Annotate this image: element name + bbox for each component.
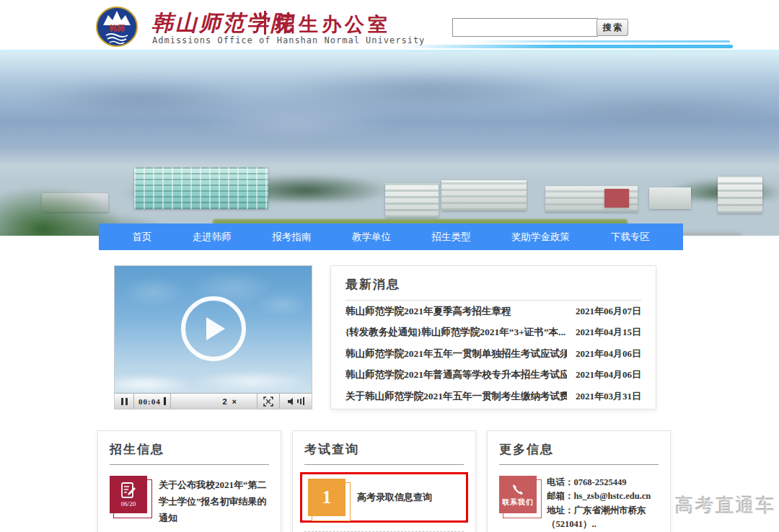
site-header: 韩师 韩山师范学院 招生办公室 Admissions Office of Han…	[0, 0, 779, 52]
search-button[interactable]: 搜 索	[597, 19, 628, 36]
nav-item-admission-types[interactable]: 招生类型	[432, 231, 471, 244]
query-number: 1	[322, 487, 332, 508]
admissions-homepage: 韩师 韩山师范学院 招生办公室 Admissions Office of Han…	[0, 0, 779, 532]
play-button[interactable]	[181, 296, 246, 361]
logo-seal-text: 韩师	[109, 24, 125, 32]
brand-name-english: Admissions Office of Hanshan Normal Univ…	[152, 35, 425, 45]
news-item-date: 2021年04月06日	[576, 368, 641, 381]
news-item[interactable]: 韩山师范学院2021年夏季高考招生章程 2021年06月07日	[346, 301, 641, 322]
decorative-stripe	[402, 45, 733, 48]
contact-tile[interactable]: 联系我们	[499, 476, 537, 513]
fullscreen-button[interactable]	[258, 394, 279, 409]
news-item[interactable]: 韩山师范学院2021年五年一贯制单独招生考试应试须... 2021年04月06日	[346, 343, 641, 365]
document-edit-icon	[120, 482, 137, 499]
news-item-date: 2021年06月07日	[576, 305, 641, 318]
banner-building	[718, 176, 762, 213]
university-logo-icon: 韩师	[94, 5, 139, 48]
volume-bar	[297, 399, 299, 403]
exam-query-card: 考试查询 1 高考录取信息查询	[292, 430, 476, 532]
contact-email: 邮箱：hs_zsb@hstc.edu.cn	[547, 489, 651, 503]
banner-clouds	[0, 66, 779, 146]
divider	[110, 464, 269, 465]
news-item-title[interactable]: {转发教务处通知}韩山师范学院2021年“3+证书”本...	[346, 326, 565, 339]
brand-name-chinese: 韩山师范学院	[151, 9, 294, 38]
divider	[499, 464, 659, 465]
seek-track[interactable]	[171, 394, 220, 409]
news-item[interactable]: 关于韩山师范学院2021年五年一贯制考生缴纳考试费... 2021年03月31日	[346, 386, 641, 407]
notice-text[interactable]: 关于公布我校2021年“第二学士学位”报名初审结果的通知	[159, 476, 269, 526]
banner-building	[385, 183, 439, 218]
news-item-title[interactable]: 关于韩山师范学院2021年五年一贯制考生缴纳考试费...	[346, 390, 567, 403]
contact-address-2: （521041）..	[547, 518, 651, 531]
banner-building	[441, 180, 527, 210]
notice-tile[interactable]: 06/20	[110, 476, 147, 513]
play-icon	[206, 317, 225, 340]
card-title: 考试查询	[304, 441, 464, 458]
nav-item-home[interactable]: 首页	[132, 231, 151, 244]
nav-item-scholarship-policy[interactable]: 奖助学金政策	[511, 231, 570, 244]
gaokao-watermark: 高考直通车	[675, 493, 776, 518]
news-item-title[interactable]: 韩山师范学院2021年夏季高考招生章程	[346, 305, 511, 318]
pause-button[interactable]	[115, 394, 133, 409]
nav-item-apply-guide[interactable]: 报考指南	[272, 231, 311, 244]
banner-building	[649, 187, 691, 209]
video-clouds	[115, 364, 312, 393]
campus-banner-photo	[0, 52, 779, 236]
speaker-icon	[287, 397, 296, 406]
news-item[interactable]: 韩山师范学院2021年普通高等学校专升本招生考试应... 2021年04月06日	[346, 365, 641, 386]
query-tile[interactable]: 1	[308, 479, 346, 516]
contact-phone: 电话：0768-2525449	[547, 476, 651, 489]
news-item-date: 2021年04月06日	[576, 347, 641, 360]
nav-item-downloads[interactable]: 下载专区	[611, 231, 650, 244]
contact-address: 地址：广东省潮州市桥东	[547, 504, 651, 518]
divider	[304, 464, 464, 465]
notice-date: 06/20	[121, 500, 136, 507]
seek-handle[interactable]	[164, 397, 166, 405]
contact-details: 电话：0768-2525449 邮箱：hs_zsb@hstc.edu.cn 地址…	[547, 476, 651, 532]
contact-us-item[interactable]: 联系我们 电话：0768-2525449 邮箱：hs_zsb@hstc.edu.…	[499, 476, 659, 532]
news-panel-title: 最新消息	[346, 276, 641, 293]
card-title: 更多信息	[499, 441, 659, 458]
banner-building	[604, 189, 629, 208]
playback-speed[interactable]: 2 ×	[219, 397, 257, 406]
gaokao-result-query-item-highlighted[interactable]: 1 高考录取信息查询	[300, 472, 468, 523]
main-nav: 首页 走进韩师 报考指南 教学单位 招生类型 奖助学金政策 下载专区	[99, 223, 683, 250]
brand-department: 招生办公室	[276, 12, 391, 37]
volume-bar	[303, 397, 304, 405]
latest-news-panel: 最新消息 韩山师范学院2021年夏季高考招生章程 2021年06月07日 {转发…	[330, 265, 656, 409]
phone-icon	[511, 482, 525, 497]
nav-item-teaching-units[interactable]: 教学单位	[352, 231, 391, 244]
search-input[interactable]	[452, 18, 598, 37]
news-item-title[interactable]: 韩山师范学院2021年普通高等学校专升本招生考试应...	[346, 368, 567, 381]
card-title: 招生信息	[110, 441, 269, 458]
volume-button[interactable]	[280, 394, 312, 409]
more-info-card: 更多信息 联系我们 电话：0768-2525449 邮箱：hs_zsb@hstc…	[487, 430, 671, 532]
admissions-notice-item[interactable]: 06/20 关于公布我校2021年“第二学士学位”报名初审结果的通知	[110, 476, 269, 526]
promo-video-player[interactable]: 00:04 2 ×	[114, 265, 312, 409]
nav-item-about[interactable]: 走进韩师	[193, 231, 232, 244]
brand-divider	[264, 11, 266, 35]
query-text[interactable]: 高考录取信息查询	[357, 489, 432, 506]
video-time: 00:04	[134, 397, 164, 406]
admissions-info-card: 招生信息 06/20 关于公布我校2021年“第二学士学位”报名初审结果的通知 …	[97, 430, 281, 532]
fullscreen-icon	[263, 396, 273, 407]
video-controls-bar: 00:04 2 ×	[115, 393, 312, 409]
news-item-date: 2021年03月31日	[576, 390, 641, 403]
news-item[interactable]: {转发教务处通知}韩山师范学院2021年“3+证书”本... 2021年04月1…	[346, 322, 641, 344]
decorative-stripe	[467, 40, 730, 43]
contact-tile-label: 联系我们	[502, 497, 534, 507]
news-item-title[interactable]: 韩山师范学院2021年五年一贯制单独招生考试应试须...	[346, 347, 567, 360]
news-item-date: 2021年04月15日	[576, 326, 641, 339]
volume-bar	[300, 399, 302, 404]
